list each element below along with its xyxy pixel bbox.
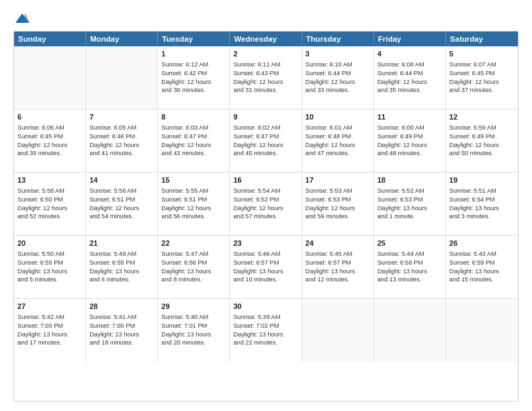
weekday-header-wednesday: Wednesday <box>230 32 302 46</box>
cal-cell-day-5: 5Sunrise: 6:07 AMSunset: 6:45 PMDaylight… <box>446 46 518 109</box>
day-number: 18 <box>378 175 442 185</box>
day-number: 24 <box>306 238 370 248</box>
day-number: 15 <box>161 175 226 185</box>
day-number: 25 <box>378 238 442 248</box>
day-number: 28 <box>89 302 154 312</box>
calendar-header: SundayMondayTuesdayWednesdayThursdayFrid… <box>14 32 518 46</box>
day-number: 29 <box>161 302 226 312</box>
cell-info: Sunrise: 5:43 AMSunset: 6:59 PMDaylight:… <box>449 250 515 284</box>
cal-cell-day-22: 22Sunrise: 5:47 AMSunset: 6:56 PMDayligh… <box>158 236 230 298</box>
day-number: 19 <box>449 175 515 185</box>
day-number: 3 <box>306 49 370 59</box>
cal-cell-day-6: 6Sunrise: 6:06 AMSunset: 6:45 PMDaylight… <box>14 109 86 172</box>
header <box>13 12 519 24</box>
cal-cell-day-30: 30Sunrise: 5:39 AMSunset: 7:02 PMDayligh… <box>230 299 302 362</box>
day-number: 8 <box>161 112 226 122</box>
day-number: 26 <box>449 238 515 248</box>
day-number: 9 <box>233 112 298 122</box>
cell-info: Sunrise: 6:11 AMSunset: 6:43 PMDaylight:… <box>233 60 298 95</box>
cal-cell-day-16: 16Sunrise: 5:54 AMSunset: 6:52 PMDayligh… <box>230 173 302 235</box>
cell-info: Sunrise: 6:06 AMSunset: 6:45 PMDaylight:… <box>17 124 82 158</box>
day-number: 27 <box>17 302 82 312</box>
day-number: 16 <box>233 175 298 185</box>
calendar: SundayMondayTuesdayWednesdayThursdayFrid… <box>13 31 519 402</box>
cal-cell-day-7: 7Sunrise: 6:05 AMSunset: 6:46 PMDaylight… <box>86 109 158 172</box>
cal-cell-empty <box>86 46 158 109</box>
cell-info: Sunrise: 6:02 AMSunset: 6:47 PMDaylight:… <box>233 124 298 158</box>
calendar-row-3: 13Sunrise: 5:58 AMSunset: 6:50 PMDayligh… <box>14 173 518 236</box>
cal-cell-empty <box>14 46 86 109</box>
cell-info: Sunrise: 6:10 AMSunset: 6:44 PMDaylight:… <box>306 60 370 95</box>
calendar-row-5: 27Sunrise: 5:42 AMSunset: 7:00 PMDayligh… <box>14 299 518 362</box>
cal-cell-day-18: 18Sunrise: 5:52 AMSunset: 6:53 PMDayligh… <box>374 173 446 235</box>
cal-cell-day-28: 28Sunrise: 5:41 AMSunset: 7:00 PMDayligh… <box>86 299 158 362</box>
cal-cell-day-27: 27Sunrise: 5:42 AMSunset: 7:00 PMDayligh… <box>14 299 86 362</box>
cell-info: Sunrise: 5:55 AMSunset: 6:51 PMDaylight:… <box>161 187 226 221</box>
day-number: 23 <box>233 238 298 248</box>
day-number: 2 <box>233 49 298 59</box>
cal-cell-day-26: 26Sunrise: 5:43 AMSunset: 6:59 PMDayligh… <box>446 236 518 298</box>
logo-icon <box>15 12 30 24</box>
day-number: 30 <box>233 302 298 312</box>
cal-cell-day-19: 19Sunrise: 5:51 AMSunset: 6:54 PMDayligh… <box>446 173 518 235</box>
cell-info: Sunrise: 5:40 AMSunset: 7:01 PMDaylight:… <box>161 313 226 347</box>
cal-cell-day-12: 12Sunrise: 5:59 AMSunset: 6:49 PMDayligh… <box>446 109 518 172</box>
page: SundayMondayTuesdayWednesdayThursdayFrid… <box>0 0 532 411</box>
day-number: 1 <box>161 49 226 59</box>
day-number: 13 <box>17 175 82 185</box>
cal-cell-empty <box>302 299 374 362</box>
cell-info: Sunrise: 5:44 AMSunset: 6:58 PMDaylight:… <box>378 250 442 284</box>
weekday-header-thursday: Thursday <box>302 32 374 46</box>
cell-info: Sunrise: 6:05 AMSunset: 6:46 PMDaylight:… <box>89 124 154 158</box>
cal-cell-day-8: 8Sunrise: 6:03 AMSunset: 6:47 PMDaylight… <box>158 109 230 172</box>
cell-info: Sunrise: 5:54 AMSunset: 6:52 PMDaylight:… <box>233 187 298 221</box>
cell-info: Sunrise: 5:56 AMSunset: 6:51 PMDaylight:… <box>89 187 154 221</box>
day-number: 22 <box>161 238 226 248</box>
day-number: 6 <box>17 112 82 122</box>
weekday-header-monday: Monday <box>86 32 158 46</box>
cal-cell-day-17: 17Sunrise: 5:53 AMSunset: 6:53 PMDayligh… <box>302 173 374 235</box>
cell-info: Sunrise: 5:59 AMSunset: 6:49 PMDaylight:… <box>449 124 515 158</box>
day-number: 10 <box>306 112 370 122</box>
calendar-row-1: 1Sunrise: 6:12 AMSunset: 6:42 PMDaylight… <box>14 46 518 109</box>
cal-cell-day-3: 3Sunrise: 6:10 AMSunset: 6:44 PMDaylight… <box>302 46 374 109</box>
cell-info: Sunrise: 6:03 AMSunset: 6:47 PMDaylight:… <box>161 124 226 158</box>
day-number: 7 <box>89 112 154 122</box>
cal-cell-day-4: 4Sunrise: 6:08 AMSunset: 6:44 PMDaylight… <box>374 46 446 109</box>
calendar-body: 1Sunrise: 6:12 AMSunset: 6:42 PMDaylight… <box>14 46 518 362</box>
cell-info: Sunrise: 5:39 AMSunset: 7:02 PMDaylight:… <box>233 313 298 347</box>
cal-cell-day-21: 21Sunrise: 5:49 AMSunset: 6:55 PMDayligh… <box>86 236 158 298</box>
weekday-header-sunday: Sunday <box>14 32 86 46</box>
cell-info: Sunrise: 5:42 AMSunset: 7:00 PMDaylight:… <box>17 313 82 347</box>
cell-info: Sunrise: 5:53 AMSunset: 6:53 PMDaylight:… <box>306 187 370 221</box>
cal-cell-day-11: 11Sunrise: 6:00 AMSunset: 6:49 PMDayligh… <box>374 109 446 172</box>
cell-info: Sunrise: 5:50 AMSunset: 6:55 PMDaylight:… <box>17 250 82 284</box>
cell-info: Sunrise: 5:58 AMSunset: 6:50 PMDaylight:… <box>17 187 82 221</box>
weekday-header-saturday: Saturday <box>446 32 518 46</box>
cell-info: Sunrise: 6:08 AMSunset: 6:44 PMDaylight:… <box>378 60 442 95</box>
cell-info: Sunrise: 5:49 AMSunset: 6:55 PMDaylight:… <box>89 250 154 284</box>
cal-cell-day-2: 2Sunrise: 6:11 AMSunset: 6:43 PMDaylight… <box>230 46 302 109</box>
day-number: 4 <box>378 49 442 59</box>
cal-cell-day-1: 1Sunrise: 6:12 AMSunset: 6:42 PMDaylight… <box>158 46 230 109</box>
cell-info: Sunrise: 5:52 AMSunset: 6:53 PMDaylight:… <box>378 187 442 221</box>
day-number: 11 <box>378 112 442 122</box>
cal-cell-day-15: 15Sunrise: 5:55 AMSunset: 6:51 PMDayligh… <box>158 173 230 235</box>
cal-cell-day-24: 24Sunrise: 5:45 AMSunset: 6:57 PMDayligh… <box>302 236 374 298</box>
cell-info: Sunrise: 5:45 AMSunset: 6:57 PMDaylight:… <box>306 250 370 284</box>
cal-cell-empty <box>374 299 446 362</box>
calendar-row-4: 20Sunrise: 5:50 AMSunset: 6:55 PMDayligh… <box>14 236 518 299</box>
cal-cell-day-25: 25Sunrise: 5:44 AMSunset: 6:58 PMDayligh… <box>374 236 446 298</box>
cal-cell-day-13: 13Sunrise: 5:58 AMSunset: 6:50 PMDayligh… <box>14 173 86 235</box>
cell-info: Sunrise: 6:01 AMSunset: 6:48 PMDaylight:… <box>306 124 370 158</box>
day-number: 21 <box>89 238 154 248</box>
day-number: 17 <box>306 175 370 185</box>
cal-cell-day-14: 14Sunrise: 5:56 AMSunset: 6:51 PMDayligh… <box>86 173 158 235</box>
cal-cell-empty <box>446 299 518 362</box>
weekday-header-tuesday: Tuesday <box>158 32 230 46</box>
cal-cell-day-10: 10Sunrise: 6:01 AMSunset: 6:48 PMDayligh… <box>302 109 374 172</box>
day-number: 14 <box>89 175 154 185</box>
day-number: 12 <box>449 112 515 122</box>
day-number: 5 <box>449 49 515 59</box>
cell-info: Sunrise: 6:00 AMSunset: 6:49 PMDaylight:… <box>378 124 442 158</box>
